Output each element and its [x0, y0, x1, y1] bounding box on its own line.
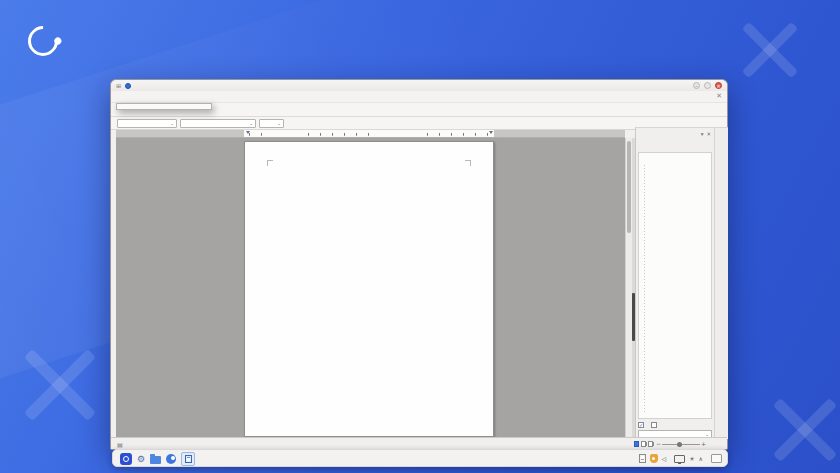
single-page-view-icon[interactable]: [634, 441, 639, 447]
clipboard-tray-icon[interactable]: [639, 454, 646, 463]
page-status-icon: ▤: [117, 441, 123, 448]
maximize-button[interactable]: [704, 82, 711, 89]
network-icon[interactable]: [674, 455, 685, 463]
minimize-button[interactable]: –: [693, 82, 700, 89]
horizontal-ruler[interactable]: [116, 130, 625, 138]
styles-panel: ▾ ✕ ✓ ⌄: [635, 127, 714, 439]
zoom-slider-thumb[interactable]: [677, 442, 682, 447]
close-document-icon[interactable]: ✕: [716, 92, 722, 101]
tray-expand-icon[interactable]: ∧: [699, 455, 703, 462]
preview-checkbox[interactable]: ✓: [638, 422, 644, 428]
settings-icon[interactable]: ⚙: [137, 453, 145, 465]
desktop-cross-decoration: [15, 340, 105, 430]
close-button[interactable]: ✕: [715, 82, 722, 89]
window-menu-icon[interactable]: ⊞: [116, 82, 121, 89]
panel-undock-icon[interactable]: ▾: [701, 131, 704, 137]
styles-panel-toolbar: [638, 139, 712, 151]
panel-close-icon[interactable]: ✕: [706, 131, 711, 137]
styles-list: [638, 152, 712, 419]
multi-page-view-icon[interactable]: [641, 441, 646, 447]
document-scrollbar[interactable]: [625, 138, 632, 439]
file-manager-icon[interactable]: [150, 456, 161, 464]
rosa-logo-icon: [22, 20, 64, 62]
ruler-active-area: [244, 130, 494, 137]
browser-icon[interactable]: [166, 454, 176, 464]
show-desktop-button[interactable]: [711, 454, 722, 463]
libreoffice-writer-window: ⊞ – ✕ ✕ ⌄ ⌄ ⌄ ▾ ✕: [110, 79, 728, 450]
update-shield-icon[interactable]: [650, 454, 658, 463]
tree-guide-line: [644, 165, 645, 414]
scrollbar-thumb[interactable]: [627, 141, 631, 233]
font-size-combo[interactable]: ⌄: [259, 119, 284, 128]
indent-marker[interactable]: [489, 131, 493, 134]
highlight-checkbox[interactable]: [651, 422, 657, 428]
zoom-slider[interactable]: − +: [656, 440, 706, 448]
brightness-icon[interactable]: ☀: [689, 455, 694, 462]
desktop-cross-decoration: [735, 15, 805, 85]
sidebar-tab-strip: [714, 127, 728, 439]
margin-mark: [267, 160, 273, 166]
writer-task-icon[interactable]: [181, 452, 195, 466]
margin-mark: [465, 160, 471, 166]
paragraph-style-combo[interactable]: ⌄: [117, 119, 177, 128]
taskbar: ⚙ ◁ ☀ ∧: [112, 449, 728, 467]
app-icon: [125, 83, 131, 89]
statusbar: ▤ − +: [111, 437, 727, 449]
rosa-menu-button[interactable]: [120, 453, 132, 465]
document-area[interactable]: [116, 138, 625, 439]
view-layout-buttons: [634, 441, 653, 447]
menubar-items: [111, 91, 727, 102]
desktop-cross-decoration: [765, 390, 840, 470]
volume-icon[interactable]: ◁: [662, 455, 667, 462]
zoom-in-icon[interactable]: +: [701, 440, 706, 448]
indent-marker[interactable]: [246, 131, 250, 134]
book-view-icon[interactable]: [648, 441, 653, 447]
font-name-combo[interactable]: ⌄: [180, 119, 256, 128]
rosa-logo: [28, 26, 69, 56]
document-page[interactable]: [244, 141, 494, 437]
file-menu: [116, 103, 212, 110]
zoom-out-icon[interactable]: −: [656, 440, 661, 448]
